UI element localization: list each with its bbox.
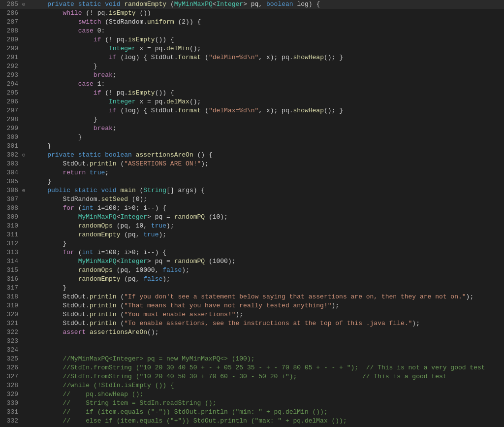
line-number: 289	[0, 35, 22, 44]
line-number: 321	[0, 319, 22, 328]
code-token: false	[143, 275, 162, 283]
code-token	[32, 355, 63, 362]
code-token	[32, 391, 63, 398]
code-token: randomOps	[78, 222, 113, 230]
code-token: case	[78, 27, 94, 34]
line-gutter	[22, 257, 30, 266]
line-content: }	[30, 284, 504, 293]
line-gutter	[22, 390, 30, 399]
line-number: 331	[0, 408, 22, 417]
code-token: }	[32, 284, 66, 292]
code-token: "You must enable assertions!"	[124, 311, 235, 318]
line-gutter	[22, 168, 30, 177]
code-token: private	[47, 0, 74, 8]
code-token: public	[47, 187, 70, 194]
code-line: 305 }	[0, 177, 504, 186]
line-number: 305	[0, 177, 22, 186]
code-line: 303 StdOut.println ("ASSERTIONS ARE ON!"…	[0, 160, 504, 168]
code-line: 324	[0, 346, 504, 355]
code-line: 332 // else if (item.equals ("+")) StdOu…	[0, 417, 504, 426]
code-token: println	[90, 320, 117, 327]
line-content: private static boolean assertionsAreOn (…	[30, 151, 504, 160]
line-number: 311	[0, 230, 22, 239]
code-token: //StdIn.fromString ("10 20 30 40 50 + - …	[63, 364, 485, 371]
code-token: , x); pq.	[258, 107, 293, 114]
line-number: 285	[0, 0, 22, 9]
line-gutter	[22, 346, 30, 355]
code-token: );	[412, 320, 420, 327]
code-token	[32, 382, 63, 389]
code-token	[86, 169, 90, 176]
code-line: 317 }	[0, 284, 504, 293]
line-content: for (int i=100; i>0; i--) {	[30, 204, 504, 213]
line-gutter	[22, 106, 30, 115]
code-token: (	[136, 187, 144, 194]
line-number: 317	[0, 284, 22, 293]
code-token: boolean	[266, 0, 293, 8]
line-content: }	[30, 133, 504, 142]
line-gutter	[22, 293, 30, 301]
code-token: switch	[78, 18, 101, 26]
line-number: 298	[0, 115, 22, 124]
line-number: 288	[0, 27, 22, 35]
code-token: int	[82, 249, 93, 256]
code-line: 311 randomEmpty (pq, true);	[0, 230, 504, 239]
line-content: Integer x = pq.delMin();	[30, 44, 504, 53]
code-line: 306⊖ public static void main (String[] a…	[0, 186, 504, 195]
code-token: MyMinMaxPQ	[78, 213, 117, 221]
code-line: 309 MyMinMaxPQ<Integer> pq = randomPQ (1…	[0, 213, 504, 222]
code-token: StdOut.	[32, 160, 90, 167]
code-line: 290 Integer x = pq.delMin();	[0, 44, 504, 53]
code-token: StdOut.	[32, 320, 90, 327]
line-gutter[interactable]: ⊖	[22, 186, 30, 195]
code-line: 319 StdOut.println ("That means that you…	[0, 301, 504, 310]
code-token: i=100; i>0; i--) {	[94, 249, 166, 256]
line-number: 294	[0, 80, 22, 89]
code-token	[32, 328, 63, 336]
code-token: if	[109, 107, 117, 114]
code-token: (10);	[205, 213, 228, 221]
line-number: 313	[0, 248, 22, 257]
line-content: MyMinMaxPQ<Integer> pq = randomPQ (10);	[30, 213, 504, 222]
code-line: 293 break;	[0, 71, 504, 80]
code-token	[32, 249, 63, 256]
code-token: > pq =	[147, 258, 174, 265]
code-token: <	[213, 0, 217, 8]
code-token	[70, 187, 74, 194]
code-token: setSeed	[101, 196, 128, 203]
code-token: //while (!StdIn.isEmpty ()) {	[63, 382, 174, 389]
code-token	[117, 187, 121, 194]
code-token	[74, 151, 78, 159]
code-token: randomOps	[78, 266, 113, 274]
code-token: (	[201, 54, 209, 61]
code-token	[32, 151, 47, 159]
code-token: break	[94, 71, 113, 79]
code-line: 323	[0, 337, 504, 346]
line-number: 328	[0, 381, 22, 390]
code-token: ()) {	[155, 89, 174, 97]
line-gutter	[22, 18, 30, 27]
code-token: i=100; i>0; i--) {	[94, 204, 166, 212]
code-token	[32, 213, 78, 221]
code-token	[32, 417, 63, 425]
line-number: 307	[0, 195, 22, 204]
code-token: > pq =	[147, 213, 174, 221]
code-token: (	[117, 293, 125, 300]
code-token: "If you don't see a statement below sayi…	[124, 293, 466, 300]
line-gutter[interactable]: ⊖	[22, 0, 30, 9]
line-gutter	[22, 239, 30, 248]
line-content: randomOps (pq, 10000, false);	[30, 266, 504, 275]
line-number: 301	[0, 142, 22, 151]
line-gutter	[22, 160, 30, 168]
line-gutter[interactable]: ⊖	[22, 151, 30, 160]
code-token: // String item = StdIn.readString ();	[63, 399, 216, 407]
code-token: println	[90, 160, 117, 167]
code-token: static	[74, 187, 97, 194]
line-number: 306	[0, 186, 22, 195]
code-token: true	[143, 231, 158, 238]
code-token: randomPQ	[174, 213, 205, 221]
code-token: showHeap	[293, 107, 324, 114]
code-token	[32, 408, 63, 416]
line-gutter	[22, 248, 30, 257]
line-number: 318	[0, 293, 22, 301]
